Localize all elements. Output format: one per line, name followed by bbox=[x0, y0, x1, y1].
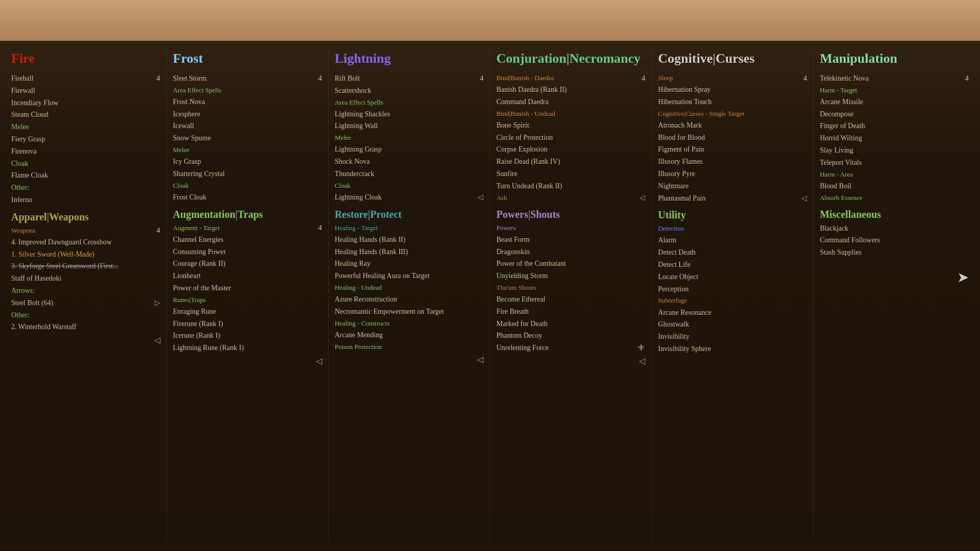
list-item[interactable]: 3. Skyforge Steel Greatsword (First... bbox=[11, 260, 160, 272]
list-item[interactable]: Incendiary Flow bbox=[11, 97, 160, 109]
list-item[interactable]: Ash◁ bbox=[496, 192, 645, 204]
list-item[interactable]: Slay Living bbox=[820, 144, 969, 157]
list-item[interactable]: Blackjack bbox=[820, 222, 969, 235]
scroll-arrow[interactable]: ◁ bbox=[335, 355, 484, 364]
list-item[interactable]: Banish Daedra (Rank II) bbox=[496, 84, 645, 96]
list-item[interactable]: Shattering Crystal bbox=[173, 168, 322, 180]
list-item[interactable]: Locate Object bbox=[658, 271, 807, 283]
list-item[interactable]: Lightning Cloak◁ bbox=[335, 191, 484, 204]
list-item[interactable]: Weapons4 bbox=[11, 225, 160, 236]
list-item[interactable]: 4. Improved Dawnguard Crossbow bbox=[11, 236, 160, 248]
list-item[interactable]: 2. Winterhold Warstaff bbox=[11, 321, 160, 333]
list-item[interactable]: Other: bbox=[11, 182, 160, 194]
list-item[interactable]: Beast Form bbox=[496, 234, 645, 246]
list-item[interactable]: Circle of Protection bbox=[496, 132, 645, 144]
list-item[interactable]: Hibernation Spray bbox=[658, 84, 807, 96]
list-item[interactable]: Phantasmal Pain◁ bbox=[658, 192, 807, 205]
list-item[interactable]: Subterfuge bbox=[658, 295, 807, 306]
list-item[interactable]: Healing Hands (Rank III) bbox=[335, 246, 484, 258]
list-item[interactable]: Enraging Rune bbox=[173, 306, 322, 318]
list-item[interactable]: Consuming Power bbox=[173, 246, 322, 258]
list-item[interactable]: Firewall bbox=[11, 85, 160, 97]
list-item[interactable]: Arcane Resonance bbox=[658, 307, 807, 319]
list-item[interactable]: Bind|Banish - Daedra4 bbox=[496, 72, 645, 84]
list-item[interactable]: Melee bbox=[173, 144, 322, 156]
inline-scroll-arrow[interactable]: ◁ bbox=[478, 193, 483, 202]
list-item[interactable]: Area Effect Spells bbox=[335, 97, 484, 108]
list-item[interactable]: Detect Death bbox=[658, 246, 807, 259]
list-item[interactable]: Bind|Banish - Undead bbox=[496, 108, 645, 119]
list-item[interactable]: Figment of Pain bbox=[658, 143, 807, 156]
scroll-arrow[interactable]: ◁ bbox=[496, 356, 645, 366]
list-item[interactable]: Nightmare bbox=[658, 180, 807, 192]
list-item[interactable]: Snow Spume bbox=[173, 132, 322, 144]
list-item[interactable]: Area Effect Spells bbox=[173, 85, 322, 96]
list-item[interactable]: Alarm bbox=[658, 234, 807, 246]
list-item[interactable]: Sleep4 bbox=[658, 72, 807, 84]
list-item[interactable]: Horrid Wilting bbox=[820, 132, 969, 144]
list-item[interactable]: Rift Bolt4 bbox=[335, 72, 484, 85]
list-item[interactable]: Turn Undead (Rank II) bbox=[496, 180, 645, 192]
list-item[interactable]: Icy Grasp bbox=[173, 156, 322, 168]
list-item[interactable]: Other: bbox=[11, 309, 160, 321]
list-item[interactable]: Flame Cloak bbox=[11, 169, 160, 182]
list-item[interactable]: Inferno bbox=[11, 194, 160, 206]
list-item[interactable]: Command Followers bbox=[820, 234, 969, 246]
list-item[interactable]: Icewall bbox=[173, 120, 322, 132]
list-item[interactable]: Fire Breath bbox=[496, 306, 645, 318]
list-item[interactable]: Augment - Target4 bbox=[173, 222, 322, 234]
list-item[interactable]: Lionheart bbox=[173, 270, 322, 282]
list-item[interactable]: Fiery Grasp bbox=[11, 133, 160, 145]
list-item[interactable]: Marked for Death bbox=[496, 318, 645, 330]
list-item[interactable]: Healing - Constructs bbox=[335, 318, 484, 329]
list-item[interactable]: Finger of Death bbox=[820, 120, 969, 132]
inline-scroll-arrow[interactable]: ◁ bbox=[640, 193, 645, 202]
list-item[interactable]: Lightning Grasp bbox=[335, 143, 484, 156]
list-item[interactable]: Unrelenting Force⚜ bbox=[496, 342, 645, 354]
list-item[interactable]: Cognitive|Curses - Single Target bbox=[658, 108, 807, 119]
list-item[interactable]: Power of the Combatant bbox=[496, 258, 645, 270]
list-item[interactable]: Fireball4 bbox=[11, 72, 160, 85]
list-item[interactable]: Healing Hands (Rank II) bbox=[335, 234, 484, 246]
list-item[interactable]: Illusory Pyre bbox=[658, 168, 807, 180]
list-item[interactable]: Become Ethereal bbox=[496, 293, 645, 306]
list-item[interactable]: Courage (Rank II) bbox=[173, 258, 322, 270]
list-item[interactable]: Blood Boil bbox=[820, 180, 969, 192]
list-item[interactable]: Frost Cloak bbox=[173, 191, 322, 204]
list-item[interactable]: Steam Cloud bbox=[11, 109, 160, 121]
list-item[interactable]: Hibernation Touch bbox=[658, 96, 807, 108]
list-item[interactable]: Blood for Blood bbox=[658, 132, 807, 144]
list-item[interactable]: Detection bbox=[658, 223, 807, 234]
list-item[interactable]: Sunfire bbox=[496, 168, 645, 180]
list-item[interactable]: Absorb Essence bbox=[820, 192, 969, 204]
list-item[interactable]: Powers bbox=[496, 222, 645, 234]
list-item[interactable]: Lightning Shackles bbox=[335, 108, 484, 120]
list-item[interactable]: Lightning Rune (Rank I) bbox=[173, 342, 322, 354]
list-item[interactable]: Healing - Target bbox=[335, 222, 484, 234]
list-item[interactable]: Arcane Mending bbox=[335, 329, 484, 341]
list-item[interactable]: Phantom Decoy bbox=[496, 330, 645, 342]
list-item[interactable]: Healing Ray bbox=[335, 258, 484, 270]
list-item[interactable]: Icesphere bbox=[173, 108, 322, 120]
list-item[interactable]: Cloak bbox=[335, 180, 484, 191]
list-item[interactable]: Melee bbox=[11, 121, 160, 133]
scroll-arrow[interactable]: ◁ bbox=[11, 335, 160, 345]
list-item[interactable]: Invisibility bbox=[658, 331, 807, 343]
list-item[interactable]: Command Daedra bbox=[496, 96, 645, 108]
list-item[interactable]: Azure Reconstruction bbox=[335, 293, 484, 306]
list-item[interactable]: Staff of Hasedoki bbox=[11, 272, 160, 285]
list-item[interactable]: Telekinetic Nova4 bbox=[820, 72, 969, 85]
list-item[interactable]: Scattershock bbox=[335, 85, 484, 97]
list-item[interactable]: Arrows: bbox=[11, 285, 160, 297]
list-item[interactable]: Melee bbox=[335, 132, 484, 143]
list-item[interactable]: Raise Dead (Rank IV) bbox=[496, 156, 645, 168]
list-item[interactable]: Healing - Undead bbox=[335, 282, 484, 293]
inline-scroll-arrow[interactable]: ◁ bbox=[801, 194, 807, 203]
list-item[interactable]: Lightning Wall bbox=[335, 120, 484, 132]
list-item[interactable]: Bone Spirit bbox=[496, 119, 645, 132]
list-item[interactable]: Channel Energies bbox=[173, 234, 322, 246]
list-item[interactable]: Harm - Area bbox=[820, 169, 969, 180]
list-item[interactable]: Icerune (Rank I) bbox=[173, 330, 322, 342]
list-item[interactable]: Necromantic Empowerment on Target bbox=[335, 306, 484, 318]
list-item[interactable]: Perception bbox=[658, 283, 807, 295]
